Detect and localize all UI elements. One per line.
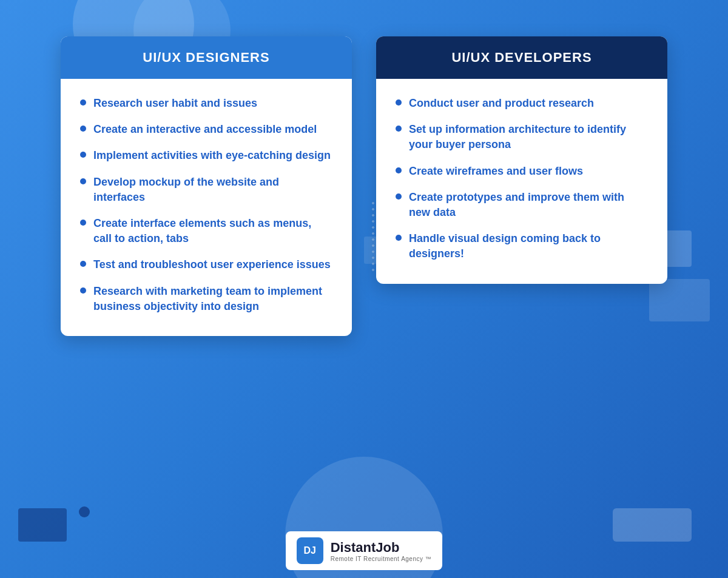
designers-card-header: UI/UX DESIGNERS xyxy=(61,36,352,79)
designers-card: UI/UX DESIGNERS Research user habit and … xyxy=(61,36,352,336)
developers-card-title: UI/UX DEVELOPERS xyxy=(451,50,592,65)
list-item-text: Research user habit and issues xyxy=(93,96,257,111)
list-item: Create prototypes and improve them with … xyxy=(396,190,648,220)
list-item-text: Test and troubleshoot user experience is… xyxy=(93,257,331,272)
developers-card-body: Conduct user and product researchSet up … xyxy=(376,79,667,284)
list-item: Research user habit and issues xyxy=(80,96,332,111)
list-item-text: Set up information architecture to ident… xyxy=(409,122,648,152)
list-item: Create an interactive and accessible mod… xyxy=(80,122,332,137)
list-item-text: Develop mockup of the website and interf… xyxy=(93,175,332,205)
list-item-text: Implement activities with eye-catching d… xyxy=(93,148,331,163)
list-item: Research with marketing team to implemen… xyxy=(80,284,332,314)
list-item-text: Handle visual design coming back to desi… xyxy=(409,231,648,261)
list-item-text: Create an interactive and accessible mod… xyxy=(93,122,317,137)
bullet-icon xyxy=(80,152,86,158)
list-item-text: Research with marketing team to implemen… xyxy=(93,284,332,314)
designers-card-body: Research user habit and issuesCreate an … xyxy=(61,79,352,336)
bullet-icon xyxy=(396,235,402,241)
designers-card-title: UI/UX DESIGNERS xyxy=(143,50,269,65)
bullet-icon xyxy=(396,99,402,106)
developers-card-header: UI/UX DEVELOPERS xyxy=(376,36,667,79)
list-item: Create wireframes and user flows xyxy=(396,164,648,179)
brand-icon: DJ xyxy=(297,537,323,564)
list-item: Handle visual design coming back to desi… xyxy=(396,231,648,261)
brand-name: DistantJob xyxy=(331,540,432,556)
brand-text: DistantJob Remote IT Recruitment Agency … xyxy=(331,540,432,562)
list-item: Create interface elements such as menus,… xyxy=(80,216,332,246)
developers-card: UI/UX DEVELOPERS Conduct user and produc… xyxy=(376,36,667,284)
list-item-text: Create wireframes and user flows xyxy=(409,164,583,179)
main-content: UI/UX DESIGNERS Research user habit and … xyxy=(0,0,728,578)
bullet-icon xyxy=(396,193,402,200)
brand-logo: DJ DistantJob Remote IT Recruitment Agen… xyxy=(286,531,443,570)
list-item-text: Conduct user and product research xyxy=(409,96,594,111)
bullet-icon xyxy=(80,261,86,267)
bullet-icon xyxy=(80,287,86,294)
bullet-icon xyxy=(80,99,86,106)
bullet-icon xyxy=(80,220,86,226)
list-item-text: Create prototypes and improve them with … xyxy=(409,190,648,220)
bullet-icon xyxy=(396,167,402,173)
developers-list: Conduct user and product researchSet up … xyxy=(396,96,648,262)
footer: DJ DistantJob Remote IT Recruitment Agen… xyxy=(0,523,728,578)
list-item-text: Create interface elements such as menus,… xyxy=(93,216,332,246)
list-item: Test and troubleshoot user experience is… xyxy=(80,257,332,272)
list-item: Conduct user and product research xyxy=(396,96,648,111)
bullet-icon xyxy=(80,178,86,184)
brand-tagline: Remote IT Recruitment Agency ™ xyxy=(331,556,432,562)
designers-list: Research user habit and issuesCreate an … xyxy=(80,96,332,314)
list-item: Implement activities with eye-catching d… xyxy=(80,148,332,163)
list-item: Develop mockup of the website and interf… xyxy=(80,175,332,205)
bullet-icon xyxy=(80,126,86,132)
bullet-icon xyxy=(396,126,402,132)
list-item: Set up information architecture to ident… xyxy=(396,122,648,152)
